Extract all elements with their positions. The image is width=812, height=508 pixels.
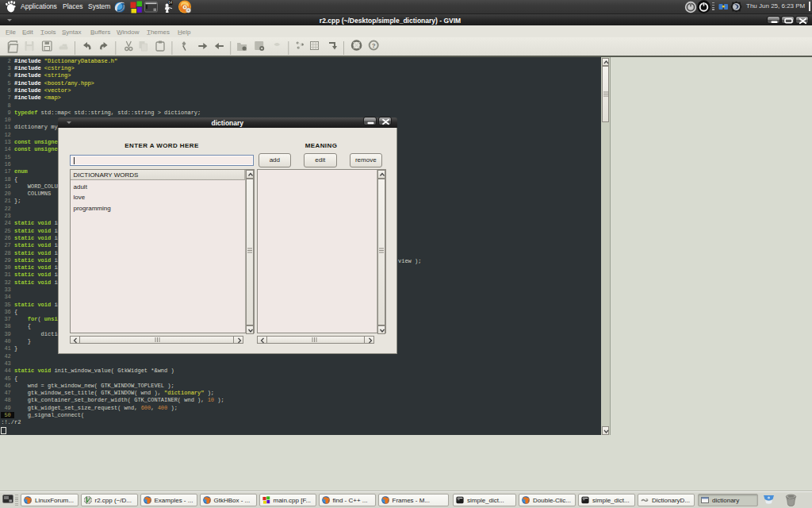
svg-text:?: ?	[372, 42, 376, 49]
svg-text:64: 64	[168, 1, 173, 5]
